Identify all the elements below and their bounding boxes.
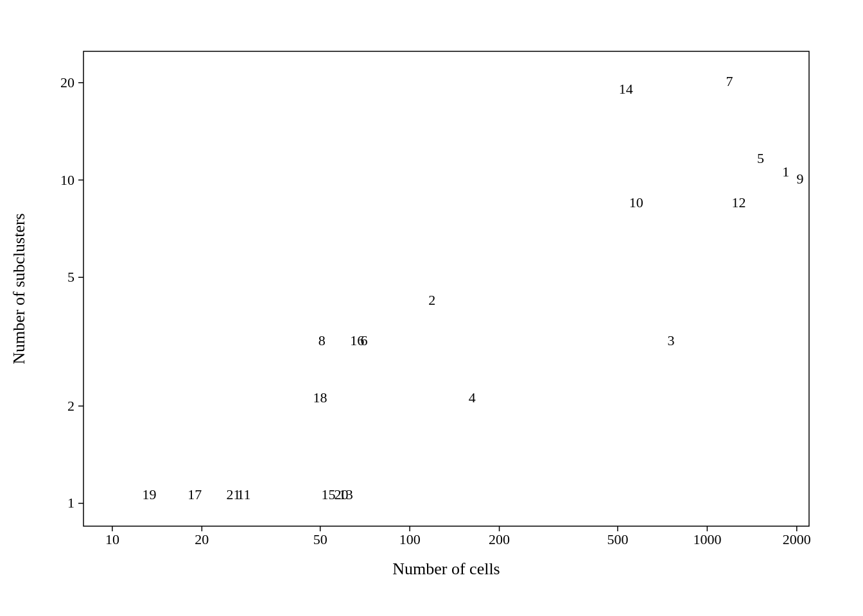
svg-text:1: 1 — [67, 495, 74, 511]
svg-text:8: 8 — [318, 332, 326, 348]
svg-rect-1 — [83, 51, 809, 526]
svg-text:10: 10 — [60, 172, 74, 188]
svg-text:12: 12 — [731, 194, 745, 210]
svg-text:10: 10 — [629, 194, 643, 210]
svg-text:9: 9 — [797, 171, 804, 187]
svg-text:17: 17 — [187, 486, 202, 502]
svg-text:10: 10 — [105, 531, 119, 547]
scatter-plot: 102050100200500100020001251020Number of … — [0, 0, 863, 616]
svg-text:2000: 2000 — [783, 531, 811, 547]
svg-text:100: 100 — [399, 531, 421, 547]
svg-text:20: 20 — [334, 486, 348, 502]
svg-text:5: 5 — [757, 150, 764, 166]
svg-text:20: 20 — [195, 531, 209, 547]
svg-text:16: 16 — [350, 332, 364, 348]
svg-text:14: 14 — [619, 81, 633, 97]
svg-text:500: 500 — [607, 531, 628, 547]
svg-text:Number of cells: Number of cells — [392, 560, 500, 578]
svg-text:1000: 1000 — [693, 531, 721, 547]
svg-text:7: 7 — [726, 73, 733, 89]
chart-container: 102050100200500100020001251020Number of … — [0, 0, 863, 616]
svg-text:21: 21 — [226, 486, 240, 502]
svg-text:Number of subclusters: Number of subclusters — [10, 213, 28, 364]
svg-text:18: 18 — [313, 389, 327, 406]
svg-text:5: 5 — [67, 269, 74, 285]
svg-text:50: 50 — [313, 531, 327, 547]
svg-text:1: 1 — [782, 164, 789, 180]
svg-text:4: 4 — [469, 389, 476, 406]
svg-text:19: 19 — [143, 486, 157, 502]
svg-text:200: 200 — [489, 531, 510, 547]
svg-text:20: 20 — [60, 74, 74, 90]
svg-text:3: 3 — [668, 332, 675, 348]
svg-text:15: 15 — [321, 486, 335, 502]
svg-text:2: 2 — [428, 292, 435, 308]
svg-text:2: 2 — [67, 398, 74, 414]
